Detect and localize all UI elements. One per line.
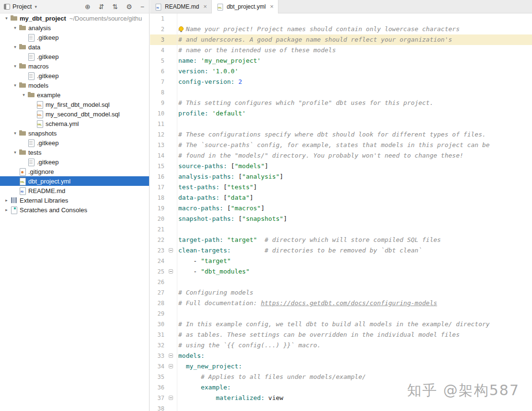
code-line-20[interactable]: 20snapshot-paths: ["snapshots"] [150,214,532,224]
code-line-9[interactable]: 9# This setting configures which "profil… [150,98,532,108]
tree-item-gitignore[interactable]: .gitignore [0,167,149,176]
code-text: clean-targets: # directories to be remov… [175,245,532,256]
tree-item-models[interactable]: ▾models [0,80,149,90]
tree-item-my-first-dbt-model-sql[interactable]: my_first_dbt_model.sql [0,100,149,109]
code-line-25[interactable]: 25 - "dbt_modules" [150,266,532,277]
fold-icon[interactable] [169,396,173,400]
code-line-37[interactable]: 37 materialized: view [150,393,532,403]
code-line-10[interactable]: 10profile: 'default' [150,108,532,119]
code-line-38[interactable]: 38 [150,403,532,411]
tree-item-my-dbt-project[interactable]: ▾my_dbt_project~/Documents/source/githu [0,13,149,23]
code-line-32[interactable]: 32# using the `{{ config(...) }}` macro. [150,340,532,351]
tree-item-analysis[interactable]: ▾analysis [0,23,149,33]
tree-item-gitkeep[interactable]: .gitkeep [0,33,149,42]
code-line-5[interactable]: 5name: 'my_new_project' [150,56,532,66]
tree-item-macros[interactable]: ▾macros [0,61,149,71]
code-line-35[interactable]: 35 # Applies to all files under models/e… [150,372,532,382]
code-line-26[interactable]: 26 [150,277,532,287]
code-line-27[interactable]: 27# Configuring models [150,287,532,298]
code-line-24[interactable]: 24 - "target" [150,256,532,266]
code-line-33[interactable]: 33models: [150,351,532,361]
tree-chevron-icon[interactable]: ▾ [12,131,19,136]
code-line-12[interactable]: 12# These configurations specify where d… [150,129,532,140]
code-line-16[interactable]: 16analysis-paths: ["analysis"] [150,171,532,182]
code-line-15[interactable]: 15source-paths: ["models"] [150,161,532,171]
intention-bulb-icon[interactable] [179,26,184,31]
chevron-down-icon[interactable]: ▾ [35,4,37,9]
code-line-2[interactable]: 2# Name your project! Project names shou… [150,24,532,34]
tree-chevron-icon[interactable]: ▾ [12,150,19,155]
tree-item-gitkeep[interactable]: .gitkeep [0,71,149,80]
tree-chevron-icon[interactable]: ▸ [3,207,10,212]
collapse-all-icon[interactable]: ⇅ [113,3,118,10]
code-line-30[interactable]: 30# In this example config, we tell dbt … [150,319,532,330]
code-line-13[interactable]: 13# The `source-paths` config, for examp… [150,140,532,150]
expand-all-icon[interactable]: ⇵ [99,3,104,10]
tree-chevron-icon[interactable]: ▾ [3,16,10,21]
fold-column [166,161,175,171]
hide-panel-icon[interactable]: − [140,3,144,10]
project-panel-title[interactable]: Project [12,3,32,10]
code-line-36[interactable]: 36 example: [150,382,532,393]
code-line-17[interactable]: 17test-paths: ["tests"] [150,182,532,193]
tree-item-dbt-project-yml[interactable]: dbt_project.yml [0,176,149,186]
code-line-29[interactable]: 29 [150,308,532,319]
code-line-21[interactable]: 21 [150,224,532,235]
code-editor[interactable]: 12# Name your project! Project names sho… [150,13,532,411]
code-line-31[interactable]: 31# as tables. These settings can be ove… [150,330,532,340]
tree-chevron-icon[interactable]: ▾ [12,45,19,49]
fold-icon[interactable] [169,269,173,274]
fold-icon[interactable] [169,248,173,252]
fold-column [166,330,175,340]
tree-chevron-icon[interactable]: ▾ [12,64,19,68]
code-line-6[interactable]: 6version: '1.0.0' [150,66,532,77]
tree-item-label: my_first_dbt_model.sql [44,101,110,108]
fold-icon[interactable] [169,364,173,368]
code-line-19[interactable]: 19macro-paths: ["macros"] [150,203,532,214]
code-text [175,308,532,319]
tree-item-tests[interactable]: ▾tests [0,148,149,157]
code-text: version: '1.0.0' [175,66,532,77]
tree-item-scratches-and-consoles[interactable]: ▸Scratches and Consoles [0,205,149,215]
code-line-11[interactable]: 11 [150,119,532,129]
tool-window-icon [4,4,10,10]
tree-item-schema-yml[interactable]: schema.yml [0,119,149,128]
code-line-1[interactable]: 1 [150,13,532,24]
code-line-14[interactable]: 14# found in the "models/" directory. Yo… [150,150,532,161]
tab-label: README.md [165,3,199,10]
code-line-8[interactable]: 8 [150,87,532,98]
tree-item-data[interactable]: ▾data [0,42,149,52]
tree-chevron-icon[interactable]: ▾ [12,83,19,88]
code-line-22[interactable]: 22target-path: "target" # directory whic… [150,235,532,245]
code-line-28[interactable]: 28# Full documentation: https://docs.get… [150,298,532,308]
tree-item-gitkeep[interactable]: .gitkeep [0,52,149,61]
editor-area: README.md×dbt_project.yml× 12# Name your… [150,0,532,411]
tree-item-snapshots[interactable]: ▾snapshots [0,128,149,138]
tree-item-my-second-dbt-model-sql[interactable]: my_second_dbt_model.sql [0,109,149,119]
code-line-34[interactable]: 34 my_new_project: [150,361,532,372]
code-line-23[interactable]: 23clean-targets: # directories to be rem… [150,245,532,256]
tree-item-example[interactable]: ▾example [0,90,149,100]
editor-tabs: README.md×dbt_project.yml× [150,0,532,13]
close-tab-icon[interactable]: × [203,3,207,10]
tree-item-external-libraries[interactable]: ▸External Libraries [0,195,149,205]
code-line-7[interactable]: 7config-version: 2 [150,77,532,87]
tree-item-gitkeep[interactable]: .gitkeep [0,157,149,167]
code-text: data-paths: ["data"] [175,193,532,203]
close-tab-icon[interactable]: × [270,3,274,10]
code-line-4[interactable]: 4# name or the intended use of these mod… [150,45,532,56]
code-line-18[interactable]: 18data-paths: ["data"] [150,193,532,203]
tree-chevron-icon[interactable]: ▸ [3,198,10,203]
fold-icon[interactable] [169,354,173,358]
settings-gear-icon[interactable]: ⚙ [126,3,132,10]
tree-item-readme-md[interactable]: README.md [0,186,149,195]
code-line-3[interactable]: 3# and underscores. A good package name … [150,34,532,45]
tab-readme-md[interactable]: README.md× [150,0,212,13]
locate-file-icon[interactable]: ⊕ [85,3,91,10]
tree-item-gitkeep[interactable]: .gitkeep [0,138,149,148]
tree-chevron-icon[interactable]: ▾ [12,25,19,30]
tree-chevron-icon[interactable]: ▾ [20,92,27,97]
tab-dbt-project-yml[interactable]: dbt_project.yml× [212,0,278,13]
code-text: materialized: view [175,393,532,403]
fold-column [166,245,175,256]
